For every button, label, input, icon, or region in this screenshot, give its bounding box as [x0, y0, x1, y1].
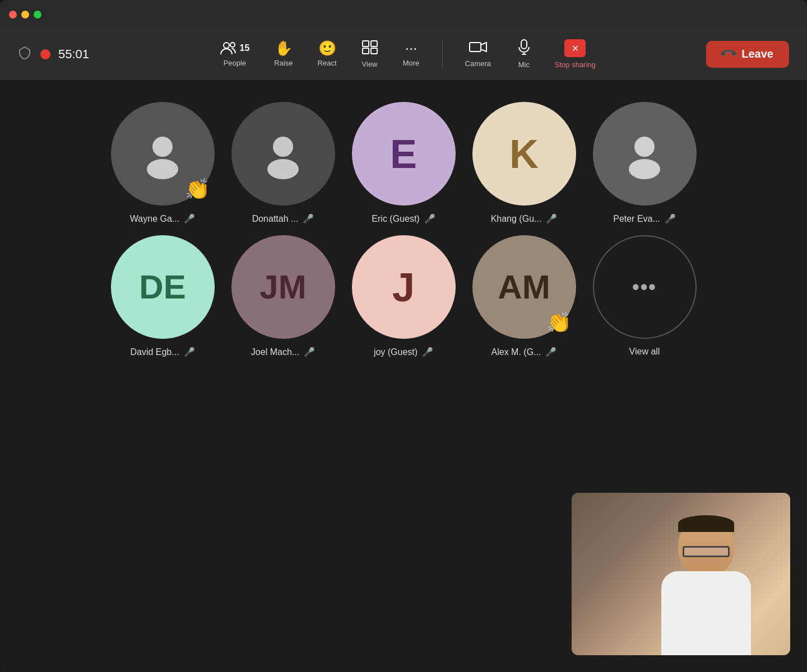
self-view — [572, 493, 790, 655]
people-count: 15 — [240, 43, 250, 53]
people-label: People — [224, 59, 246, 67]
avatar-wrap-david: DE — [111, 235, 215, 339]
view-all-dots: ••• — [632, 276, 657, 299]
svg-marker-7 — [481, 43, 486, 52]
toolbar-controls: 15 People ✋ Raise 🙂 React View — [107, 35, 706, 73]
title-bar — [0, 0, 807, 29]
view-button[interactable]: View — [350, 35, 389, 73]
avatar-wrap-eric: E — [352, 102, 456, 206]
maximize-button[interactable] — [34, 11, 41, 18]
participant-info-view-all: View all — [629, 347, 660, 357]
avatar-eric: E — [352, 102, 456, 206]
phone-icon: 📞 — [719, 44, 739, 64]
more-button[interactable]: ··· More — [392, 36, 431, 72]
avatar-letter-khang: K — [509, 131, 539, 177]
participant-alex: AM 👏 Alex M. (G... 🎤 — [472, 235, 576, 357]
participant-info-joel: Joel Mach... 🎤 — [251, 347, 315, 357]
muted-icon-khang: 🎤 — [546, 213, 557, 224]
avatar-david: DE — [111, 235, 215, 339]
toolbar-status: 55:01 — [18, 46, 107, 63]
mic-label: Mic — [518, 60, 530, 69]
svg-rect-4 — [363, 48, 369, 54]
participant-view-all[interactable]: ••• View all — [593, 235, 697, 357]
person-glasses — [683, 546, 730, 557]
raise-label: Raise — [274, 59, 293, 67]
avatar-khang: K — [472, 102, 576, 206]
svg-point-0 — [224, 43, 229, 48]
avatar-letter-alex: AM — [498, 268, 550, 306]
svg-point-14 — [267, 159, 299, 179]
muted-icon-joel: 🎤 — [304, 347, 315, 357]
svg-point-13 — [273, 137, 293, 157]
muted-icon-eric: 🎤 — [424, 213, 435, 224]
svg-point-12 — [147, 159, 178, 179]
muted-icon-wayne: 🎤 — [184, 213, 195, 224]
participant-name-alex: Alex M. (G... — [491, 347, 541, 357]
avatar-view-all: ••• — [593, 235, 697, 339]
muted-icon-peter: 🎤 — [665, 213, 676, 224]
camera-label: Camera — [465, 59, 491, 68]
avatar-wrap-joel: JM — [231, 235, 335, 339]
toolbar-divider — [442, 40, 443, 68]
avatar-wrap-peter — [593, 102, 697, 206]
participant-info-eric: Eric (Guest) 🎤 — [372, 213, 435, 224]
recording-indicator — [40, 49, 50, 59]
react-button[interactable]: 🙂 React — [307, 36, 348, 72]
react-label: React — [318, 59, 337, 67]
more-icon: ··· — [405, 41, 418, 55]
svg-rect-8 — [521, 40, 527, 49]
svg-rect-6 — [470, 43, 481, 52]
mic-button[interactable]: Mic — [504, 35, 544, 73]
svg-point-1 — [230, 43, 235, 47]
hand-raise-emoji-alex: 👏 — [546, 311, 572, 334]
participant-info-joy: joy (Guest) 🎤 — [374, 347, 433, 357]
avatar-donattah — [231, 102, 335, 206]
raise-icon: ✋ — [275, 41, 293, 55]
minimize-button[interactable] — [21, 11, 29, 18]
participant-name-joy: joy (Guest) — [374, 347, 418, 357]
participant-name-peter: Peter Eva... — [613, 214, 660, 224]
self-view-person — [644, 504, 768, 655]
main-content: 👏 Wayne Ga... 🎤 Donattah ... 🎤 — [0, 80, 807, 672]
close-button[interactable] — [9, 11, 17, 18]
avatar-wrap-joy: J — [352, 235, 456, 339]
participant-info-alex: Alex M. (G... 🎤 — [491, 347, 557, 357]
raise-button[interactable]: ✋ Raise — [263, 36, 304, 72]
hand-raise-emoji-wayne: 👏 — [185, 178, 210, 201]
avatar-letter-joy: J — [392, 264, 415, 310]
people-button[interactable]: 15 People — [209, 36, 261, 72]
stop-sharing-button[interactable]: ✕ Stop sharing — [546, 35, 605, 73]
svg-point-15 — [634, 137, 655, 157]
participant-info-khang: Khang (Gu... 🎤 — [491, 213, 558, 224]
stop-sharing-label: Stop sharing — [555, 60, 596, 69]
participant-name-view-all: View all — [629, 347, 660, 357]
participant-info-donattah: Donattah ... 🎤 — [252, 213, 314, 224]
svg-rect-3 — [371, 41, 377, 46]
person-hair — [678, 515, 734, 532]
participant-joel: JM Joel Mach... 🎤 — [231, 235, 335, 357]
avatar-peter — [593, 102, 697, 206]
call-timer: 55:01 — [58, 47, 89, 62]
person-body — [661, 571, 751, 655]
self-view-content — [572, 493, 790, 655]
participant-name-joel: Joel Mach... — [251, 347, 299, 357]
view-label: View — [362, 60, 378, 68]
muted-icon-donattah: 🎤 — [303, 213, 314, 224]
participant-donattah: Donattah ... 🎤 — [231, 102, 335, 224]
participant-info-wayne: Wayne Ga... 🎤 — [130, 213, 195, 224]
camera-button[interactable]: Camera — [454, 36, 502, 72]
avatar-letter-david: DE — [139, 268, 185, 306]
view-icon — [361, 40, 378, 57]
participants-grid: 👏 Wayne Ga... 🎤 Donattah ... 🎤 — [111, 102, 697, 357]
avatar-wrap-view-all: ••• — [593, 235, 697, 339]
avatar-wrap-donattah — [231, 102, 335, 206]
participant-peter: Peter Eva... 🎤 — [593, 102, 697, 224]
participant-david: DE David Egb... 🎤 — [111, 235, 215, 357]
avatar-wrap-alex: AM 👏 — [472, 235, 576, 339]
svg-rect-5 — [371, 48, 377, 54]
more-label: More — [403, 59, 420, 67]
avatar-joy: J — [352, 235, 456, 339]
muted-icon-david: 🎤 — [184, 347, 195, 357]
leave-button[interactable]: 📞 Leave — [706, 41, 789, 68]
avatar-wrap-wayne: 👏 — [111, 102, 215, 206]
